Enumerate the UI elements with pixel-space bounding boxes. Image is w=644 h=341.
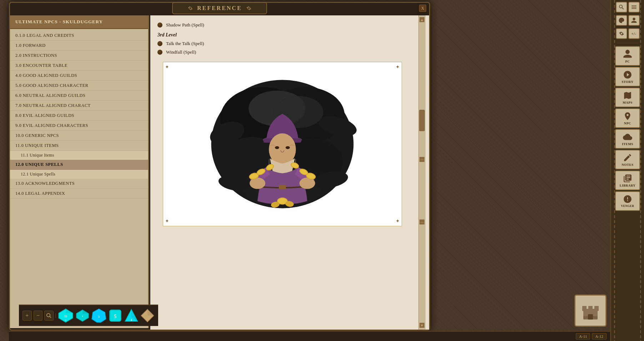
npc-label: NPC: [624, 122, 631, 125]
toc-item-80[interactable]: 8.0 EVIL ALIGNED GUILDS: [10, 111, 148, 121]
toc-item-140[interactable]: 14.0 LEGAL APPENDIX: [10, 189, 148, 199]
library-icon: [623, 174, 632, 183]
status-bar: A-11 A-12: [9, 331, 610, 341]
stitching-right: [640, 0, 641, 341]
toc-item-110[interactable]: 11.0 UNIQUE ITEMS: [10, 141, 148, 151]
close-button[interactable]: X: [419, 5, 426, 12]
sidebar-gear-button[interactable]: [616, 28, 627, 39]
svg-rect-66: [588, 306, 593, 311]
toc-item-01[interactable]: 0.1.0 LEGAL AND CREDITS: [10, 31, 148, 41]
venger-label: VENGER: [621, 204, 634, 208]
pc-label: PC: [625, 60, 630, 63]
sidebar-tools-button[interactable]: [616, 2, 627, 13]
scroll-track: ▲ — — ▼: [418, 15, 426, 330]
items-icon: [623, 132, 632, 142]
scroll-mid2-ornament: —: [419, 219, 424, 224]
level-3-header: 3rd Level: [157, 29, 422, 39]
scroll-bottom-ornament: ▼: [419, 323, 424, 328]
spell-bullet: [157, 23, 162, 28]
toc-item-50[interactable]: 5.0 GOOD ALIGNED CHARACTER: [10, 81, 148, 91]
svg-rect-22: [255, 180, 258, 186]
sidebar-library-button[interactable]: LIBRARY: [615, 170, 640, 190]
svg-rect-25: [300, 181, 303, 186]
spell-entry-windfall: Windfall (Spell): [157, 48, 422, 56]
left-panel: ULTIMATE NPCS - SKULDUGGERY 0.1.0 LEGAL …: [10, 15, 149, 328]
bottom-scrollbar[interactable]: [55, 313, 56, 318]
toc-item-10[interactable]: 1.0 FORWARD: [10, 41, 148, 51]
svg-point-17: [286, 146, 290, 149]
scroll-thumb[interactable]: [419, 110, 425, 131]
toc-item-130[interactable]: 13.0 ACKNOWLEDGMENTS: [10, 179, 148, 189]
svg-text:25: 25: [65, 319, 67, 321]
castle-icon: [578, 298, 603, 323]
toc-item-60[interactable]: 6.0 NEUTRAL ALIGNED GUILDS: [10, 91, 148, 101]
sidebar-palette-button[interactable]: [616, 15, 627, 26]
notes-label: NOTES: [622, 163, 633, 167]
die-d4: 4: [124, 308, 139, 323]
svg-rect-24: [262, 180, 265, 185]
reference-window: REFERENCE X ULTIMATE NPCS - SKULDUGGERY …: [9, 2, 430, 331]
castle-button[interactable]: [574, 295, 607, 327]
toc-item-100[interactable]: 10.0 GENERIC NPCS: [10, 131, 148, 141]
sidebar-venger-button[interactable]: VENGER: [615, 191, 640, 211]
svg-text:3: 3: [98, 315, 100, 318]
svg-point-45: [47, 313, 50, 317]
svg-line-46: [50, 316, 51, 318]
zoom-in-button[interactable]: +: [22, 311, 32, 321]
sidebar-divider-1: [617, 43, 638, 43]
toc-sub-item-111[interactable]: 11.1 Unique Items: [10, 151, 148, 160]
sidebar-story-button[interactable]: STORY: [615, 67, 640, 87]
tools-icon: [618, 4, 625, 10]
toc-item-90[interactable]: 9.0 EVIL ALIGNED CHARACTERS: [10, 121, 148, 131]
svg-text:1: 1: [82, 315, 83, 317]
corner-ornament-tr: ✦: [396, 64, 400, 70]
toc-item-20[interactable]: 2.0 INSTRUCTIONS: [10, 51, 148, 61]
sidebar-list-button[interactable]: [628, 2, 640, 13]
wizard-illustration: [163, 62, 402, 226]
sidebar-notes-button[interactable]: NOTES: [615, 150, 640, 169]
sidebar-pc-button[interactable]: PC: [615, 46, 640, 66]
corner-ornament-br: ✦: [396, 218, 400, 224]
zoom-out-button[interactable]: −: [34, 311, 43, 321]
toc-item-120[interactable]: 12.0 UNIQUE SPELLS: [10, 160, 148, 170]
spell-label-talk: Talk the Talk (Spell): [166, 41, 204, 46]
sidebar-items-button[interactable]: ITEMS: [615, 129, 640, 149]
die-d20-1: 15 25: [58, 308, 74, 323]
corner-ornament-tl: ✦: [165, 64, 169, 70]
art-container: ✦ ✦ ✦ ✦: [163, 62, 402, 226]
svg-text:4: 4: [131, 319, 132, 322]
toc-item-30[interactable]: 3.0 ENCOUNTER TABLE: [10, 61, 148, 71]
svg-text:15: 15: [64, 315, 67, 318]
die-d6: 5: [108, 308, 122, 323]
toc-sub-item-121[interactable]: 12.1 Unique Spells: [10, 170, 148, 179]
sidebar-plus-minus-button[interactable]: +/-: [628, 28, 640, 39]
toc-item-40[interactable]: 4.0 GOOD ALIGNED GUILDS: [10, 71, 148, 81]
maps-icon: [623, 91, 632, 100]
library-label: LIBRARY: [620, 184, 636, 187]
svg-rect-21: [251, 181, 254, 186]
spell-entry-talk: Talk the Talk (Spell): [157, 39, 422, 48]
content-panel: Shadow Path (Spell) 3rd Level Talk the T…: [150, 15, 429, 330]
search-icon: [46, 313, 52, 318]
sidebar-maps-button[interactable]: MAPS: [615, 88, 640, 107]
sidebar-person-button[interactable]: [628, 15, 640, 26]
sidebar-gear-icon: [618, 30, 625, 37]
svg-rect-67: [594, 306, 599, 311]
toc-header: ULTIMATE NPCS - SKULDUGGERY: [10, 15, 148, 29]
status-tag-2: A-12: [592, 333, 607, 340]
svg-point-16: [275, 146, 279, 149]
toc-list: 0.1.0 LEGAL AND CREDITS 1.0 FORWARD 2.0 …: [10, 29, 148, 326]
story-icon: [623, 70, 632, 79]
notes-icon: [623, 153, 632, 162]
die-d20-2: 1: [75, 308, 90, 323]
scroll-top-ornament: ▲: [419, 17, 424, 22]
palette-icon: [618, 17, 625, 24]
title-bar: REFERENCE: [172, 2, 267, 14]
sidebar-npc-button[interactable]: NPC: [615, 108, 640, 128]
search-button[interactable]: [44, 311, 54, 321]
items-label: ITEMS: [622, 142, 633, 146]
scroll-mid1-ornament: —: [419, 157, 424, 162]
toc-item-70[interactable]: 7.0 NEUTRAL ALIGNED CHARACT: [10, 101, 148, 111]
svg-rect-28: [311, 180, 313, 185]
die-d8: [140, 308, 155, 323]
